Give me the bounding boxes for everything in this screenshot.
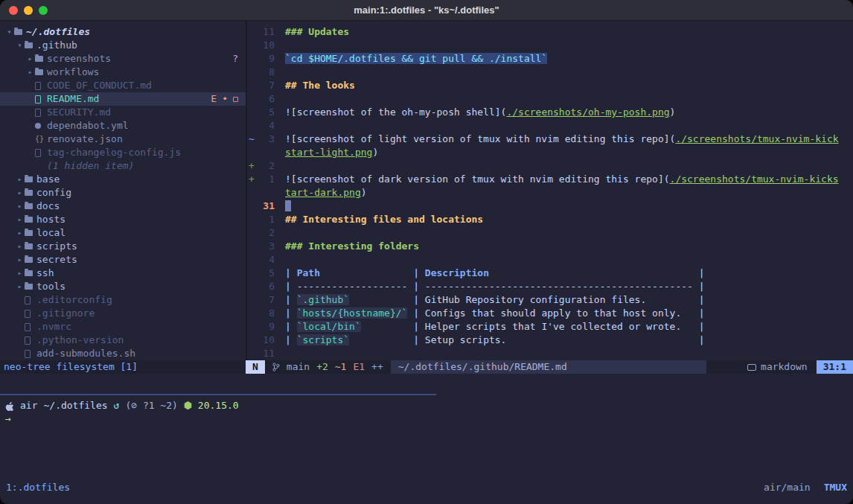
tree-item[interactable]: .nvmrc	[0, 320, 246, 334]
editor-line[interactable]: 11	[247, 347, 853, 360]
editor-line[interactable]: 31	[247, 200, 853, 213]
editor-line[interactable]: 5| Path | Description |	[247, 267, 853, 280]
editor-line[interactable]: 1## Interesting files and locations	[247, 213, 853, 226]
tree-item-label: (1 hidden item)	[47, 159, 134, 173]
line-number: 31	[257, 200, 275, 213]
git-sign	[247, 347, 257, 360]
editor-line[interactable]: 8	[247, 66, 853, 79]
git-sign: ~	[247, 133, 257, 146]
editor-line[interactable]: 8| `hosts/{hostname}/` | Configs that sh…	[247, 307, 853, 320]
tree-item[interactable]: add-submodules.sh	[0, 347, 246, 360]
expander-icon[interactable]: ▾	[4, 25, 14, 39]
tree-item[interactable]: ▸local	[0, 226, 246, 240]
folder-glyph	[35, 69, 43, 75]
tree-item[interactable]: {}renovate.json	[0, 133, 246, 146]
line-number: 2	[257, 226, 275, 240]
zoom-button[interactable]	[39, 6, 48, 15]
expander-icon[interactable]: ▸	[15, 186, 25, 200]
expander-icon[interactable]: ▸	[25, 52, 35, 66]
tree-item[interactable]: ▸base	[0, 173, 246, 186]
tree-item[interactable]: CODE_OF_CONDUCT.md	[0, 79, 246, 92]
tree-item[interactable]: .gitignore	[0, 307, 246, 320]
expander-spacer	[25, 92, 35, 106]
expander-icon[interactable]: ▸	[15, 200, 25, 213]
expander-icon[interactable]: ▸	[15, 253, 25, 267]
folder-glyph	[35, 56, 43, 62]
mode-indicator: N	[246, 360, 265, 374]
tree-item[interactable]: ▸secrets	[0, 253, 246, 267]
folder-glyph	[25, 257, 33, 263]
tree-item-label: .nvmrc	[36, 320, 71, 334]
editor-line[interactable]: 9`cd $HOME/.dotfiles && git pull && ./in…	[247, 52, 853, 66]
tree-item[interactable]: ▸workflows	[0, 66, 246, 79]
tmux-session-name: air/main	[764, 482, 811, 493]
expander-spacer	[25, 159, 35, 173]
tree-item[interactable]: SECURITY.md	[0, 106, 246, 119]
tmux-window-label[interactable]: 1:.dotfiles	[6, 482, 70, 493]
tree-item[interactable]: .editorconfig	[0, 293, 246, 307]
editor-line[interactable]: 4	[247, 119, 853, 133]
tmux-pane-border[interactable]	[0, 394, 436, 395]
line-text: ## The looks	[285, 79, 355, 92]
editor-line[interactable]: 2	[247, 226, 853, 240]
text-segment: ## The looks	[285, 80, 355, 91]
expander-icon[interactable]: ▸	[15, 240, 25, 253]
editor-line[interactable]: 9| `local/bin` | Helper scripts that I'v…	[247, 320, 853, 334]
editor-line[interactable]: +1![screenshot of dark version of tmux w…	[247, 173, 853, 186]
line-number: 9	[257, 52, 275, 66]
editor-line[interactable]: 11### Updates	[247, 25, 853, 39]
expander-icon[interactable]: ▸	[15, 173, 25, 186]
editor-line[interactable]: 7| `.github` | GitHub Repository configu…	[247, 293, 853, 307]
tree-item[interactable]: ▸docs	[0, 200, 246, 213]
editor-line[interactable]: tart-dark.png)	[247, 186, 853, 200]
text-segment: )	[361, 187, 367, 198]
editor-line[interactable]: 4	[247, 253, 853, 267]
tree-item[interactable]: ▾.github	[0, 39, 246, 52]
tree-item[interactable]: (1 hidden item)	[0, 159, 246, 173]
expander-icon[interactable]: ▾	[15, 39, 25, 52]
expander-icon[interactable]: ▸	[15, 280, 25, 293]
line-number	[257, 186, 275, 200]
editor-line[interactable]: 10	[247, 39, 853, 52]
tree-item[interactable]: ▸hosts	[0, 213, 246, 226]
editor-line[interactable]: 5![screenshot of the oh-my-posh shell](.…	[247, 106, 853, 119]
git-segment: main +2 ~1 E1 ++	[265, 360, 391, 374]
tree-item[interactable]: dependabot.yml	[0, 119, 246, 133]
git-sign	[247, 213, 257, 226]
shell-input-line[interactable]: →	[5, 412, 853, 426]
editor-pane[interactable]: 11### Updates 10 9`cd $HOME/.dotfiles &&…	[247, 21, 853, 360]
editor-line[interactable]: ~3![screenshot of light version of tmux …	[247, 133, 853, 146]
folder-glyph	[25, 243, 33, 249]
text-segment: `hosts/{hostname}/`	[297, 307, 408, 319]
tree-item[interactable]: ▸config	[0, 186, 246, 200]
minimize-button[interactable]	[24, 6, 33, 15]
expander-icon[interactable]: ▸	[15, 226, 25, 240]
shell-pane[interactable]: air ~/.dotfiles ↺ (⊘ ?1 ~2) 20.15.0 →	[5, 399, 853, 426]
text-segment: `.github`	[297, 294, 349, 305]
close-button[interactable]	[9, 6, 18, 15]
editor-line[interactable]: 7## The looks	[247, 79, 853, 92]
editor-line[interactable]: 3### Interesting folders	[247, 240, 853, 253]
expander-icon[interactable]: ▸	[15, 267, 25, 280]
expander-icon[interactable]: ▸	[25, 66, 35, 79]
line-number: 3	[257, 240, 275, 253]
tree-item[interactable]: ▸tools	[0, 280, 246, 293]
tree-item[interactable]: ▸scripts	[0, 240, 246, 253]
tree-item[interactable]: ▸screenshots?	[0, 52, 246, 66]
tree-item[interactable]: ▸ssh	[0, 267, 246, 280]
tree-item[interactable]: README.mdE•	[0, 92, 246, 106]
tree-item[interactable]: ▾~/.dotfiles	[0, 25, 246, 39]
hostname: air	[20, 399, 37, 412]
expander-icon[interactable]: ▸	[15, 213, 25, 226]
tree-item[interactable]: .python-version	[0, 334, 246, 347]
tree-item-label: CODE_OF_CONDUCT.md	[47, 79, 152, 92]
tree-item-label: dependabot.yml	[47, 119, 129, 133]
git-sign	[247, 146, 257, 159]
editor-line[interactable]: 10| `scripts` | Setup scripts. |	[247, 334, 853, 347]
node-version: 20.15.0	[198, 399, 239, 412]
editor-line[interactable]: start-light.png)	[247, 146, 853, 159]
editor-line[interactable]: +2	[247, 159, 853, 173]
editor-line[interactable]: 6	[247, 92, 853, 106]
tree-item[interactable]: tag-changelog-config.js	[0, 146, 246, 159]
editor-line[interactable]: 6| ------------------- | ---------------…	[247, 280, 853, 293]
